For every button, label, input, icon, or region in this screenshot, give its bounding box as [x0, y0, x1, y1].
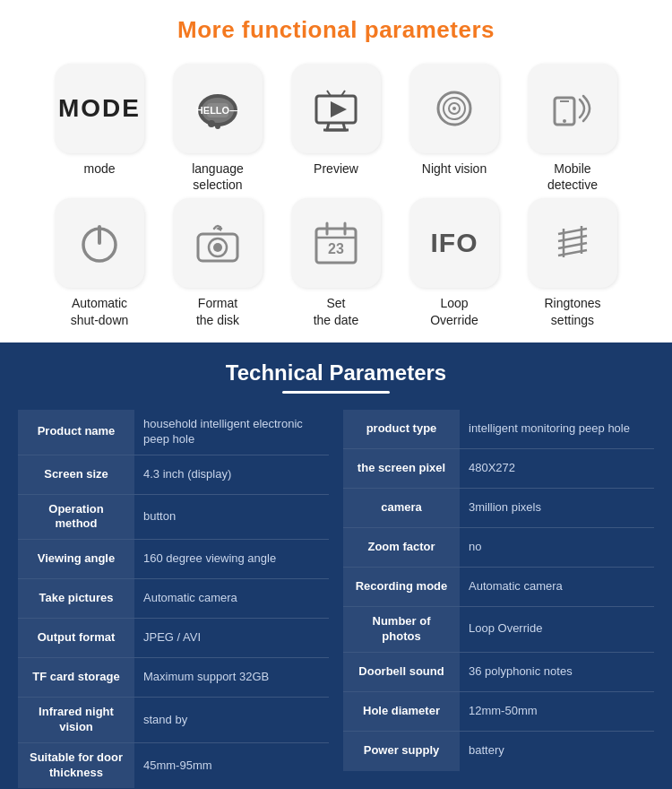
param-row: product type intelligent monitoring peep… [343, 410, 654, 449]
param-row: Viewing angle 160 degree viewing angle [18, 540, 329, 579]
icon-box-ringtones [528, 198, 617, 288]
icon-box-auto-shutdown [55, 198, 144, 288]
svg-point-22 [213, 243, 222, 252]
icon-label-night-vision: Night vision [422, 160, 487, 177]
param-row: Recording mode Automatic camera [343, 568, 654, 607]
main-title: More functional parameters [18, 16, 654, 44]
param-value: intelligent monitoring peep hole [460, 410, 654, 448]
param-row: Suitable for door thickness 45mm-95mm [18, 743, 329, 788]
param-key: Doorbell sound [343, 653, 460, 691]
param-value: 45mm-95mm [134, 743, 329, 788]
svg-text:HELLO—: HELLO— [196, 105, 239, 116]
icon-box-set-date: 23 [291, 198, 381, 288]
param-key: Product name [18, 410, 134, 455]
param-key: Screen size [18, 455, 134, 494]
icon-label-ringtones: Ringtonessettings [544, 295, 600, 327]
param-row: camera 3million pixels [343, 489, 654, 528]
params-table: Product name household intelligent elect… [18, 410, 654, 788]
param-key: Hole diameter [343, 692, 460, 731]
icon-item-preview: Preview [282, 64, 390, 193]
svg-point-4 [208, 120, 215, 127]
param-key: Suitable for door thickness [18, 743, 134, 788]
icon-box-night-vision [409, 64, 499, 153]
icon-row-2: Automaticshut-down Formatthe disk [46, 198, 626, 327]
param-key: Power supply [343, 732, 460, 771]
icon-label-preview: Preview [314, 160, 358, 177]
icon-box-language: HELLO— [173, 64, 263, 153]
param-value: stand by [134, 698, 329, 742]
icon-label-format-disk: Formatthe disk [196, 295, 239, 327]
param-row: Operation method button [18, 495, 329, 541]
icon-item-set-date: 23 Setthe date [282, 198, 390, 327]
icon-label-language: languageselection [192, 160, 244, 193]
icon-box-format-disk [173, 198, 263, 288]
param-key: Infrared night vision [18, 698, 134, 742]
param-key: Zoom factor [343, 528, 460, 567]
icon-item-mode: MODE mode [46, 64, 153, 193]
param-row: the screen pixel 480X272 [343, 449, 654, 489]
language-icon: HELLO— [191, 82, 245, 135]
param-key: Output format [18, 619, 134, 657]
icon-box-loop-override: IFO [409, 198, 499, 288]
icon-box-mobile [528, 64, 617, 153]
param-row: Output format JPEG / AVI [18, 619, 329, 658]
section-title: Technical Parameters [18, 360, 654, 386]
top-section: More functional parameters MODE mode HEL… [0, 0, 672, 342]
param-value: button [134, 495, 329, 540]
param-key: Recording mode [343, 568, 460, 606]
param-value: Maximum support 32GB [134, 658, 329, 697]
svg-point-14 [452, 107, 456, 110]
icon-label-set-date: Setthe date [314, 295, 359, 327]
param-key: product type [343, 410, 460, 448]
param-key: Operation method [18, 495, 134, 540]
param-row: Product name household intelligent elect… [18, 410, 329, 455]
param-value: 12mm-50mm [460, 692, 654, 731]
icon-label-auto-shutdown: Automaticshut-down [71, 295, 129, 327]
param-value: 160 degree viewing angle [134, 540, 329, 578]
params-col-left: Product name household intelligent elect… [18, 410, 329, 788]
icon-item-format-disk: Formatthe disk [164, 198, 271, 327]
bottom-section: Technical Parameters Product name househ… [0, 342, 672, 789]
svg-point-16 [563, 119, 566, 123]
params-col-right: product type intelligent monitoring peep… [343, 410, 654, 788]
param-key: Viewing angle [18, 540, 134, 578]
param-key: Take pictures [18, 579, 134, 618]
format-icon [191, 216, 245, 270]
icon-grid: MODE mode HELLO— languageselection [18, 64, 654, 334]
icon-label-mode: mode [83, 160, 115, 177]
param-key: the screen pixel [343, 449, 460, 488]
param-row: Screen size 4.3 inch (display) [18, 455, 329, 495]
param-value: Loop Override [460, 607, 654, 652]
param-value: 36 polyphonic notes [460, 653, 654, 691]
ringtone-icon [546, 216, 599, 270]
icon-item-auto-shutdown: Automaticshut-down [46, 198, 153, 327]
night-vision-icon [427, 82, 481, 135]
param-row: Number of photos Loop Override [343, 607, 654, 653]
param-value: no [460, 528, 654, 567]
mobile-icon [546, 82, 599, 135]
param-value: JPEG / AVI [134, 619, 329, 657]
icon-box-preview [291, 64, 381, 153]
power-icon [73, 216, 126, 270]
param-key: camera [343, 489, 460, 527]
calendar-icon: 23 [309, 216, 363, 270]
param-row: Infrared night vision stand by [18, 698, 329, 743]
svg-text:23: 23 [328, 241, 344, 256]
icon-label-loop-override: LoopOverride [430, 295, 478, 327]
title-underline [282, 391, 390, 394]
param-value: Automatic camera [134, 579, 329, 618]
param-row: TF card storage Maximum support 32GB [18, 658, 329, 698]
icon-item-mobile: Mobiledetective [519, 64, 626, 193]
param-key: Number of photos [343, 607, 460, 652]
param-row: Hole diameter 12mm-50mm [343, 692, 654, 732]
param-value: battery [460, 732, 654, 771]
param-row: Doorbell sound 36 polyphonic notes [343, 653, 654, 692]
ifo-text-icon: IFO [431, 228, 478, 258]
param-value: 480X272 [460, 449, 654, 488]
param-key: TF card storage [18, 658, 134, 697]
icon-label-mobile: Mobiledetective [547, 160, 598, 193]
mode-text-icon: MODE [58, 94, 141, 123]
param-value: Automatic camera [460, 568, 654, 606]
param-value: household intelligent electronic peep ho… [134, 410, 329, 455]
icon-item-loop-override: IFO LoopOverride [401, 198, 508, 327]
